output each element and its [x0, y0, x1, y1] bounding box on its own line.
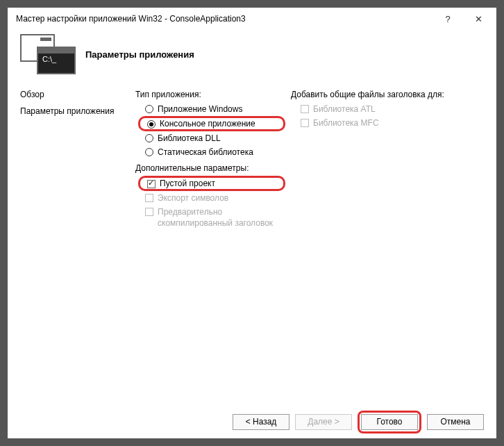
check-label: Библиотека ATL [313, 104, 376, 115]
radio-icon [145, 105, 153, 113]
check-label: Экспорт символов [158, 192, 228, 204]
console-app-icon: C:\_ [20, 34, 74, 74]
radio-label: Статическая библиотека [158, 147, 253, 158]
radio-dll[interactable]: Библиотека DLL [135, 131, 285, 145]
checkbox-icon [301, 105, 309, 113]
check-precompiled-header: Предварительно скомпилированный заголово… [135, 205, 285, 230]
finish-button[interactable]: Готово [361, 414, 418, 430]
app-type-label: Тип приложения: [135, 90, 285, 99]
content-area: Тип приложения: Приложение Windows Консо… [133, 90, 484, 405]
page-heading: Параметры приложения [85, 49, 194, 60]
check-label: Библиотека MFC [313, 117, 379, 129]
highlight-finish: Готово [358, 411, 421, 433]
titlebar: Мастер настройки приложений Win32 - Cons… [8, 8, 496, 30]
radio-windows-app[interactable]: Приложение Windows [135, 102, 285, 116]
check-atl: Библиотека ATL [291, 102, 484, 116]
check-mfc: Библиотека MFC [291, 116, 484, 130]
highlight-empty-project: Пустой проект [138, 176, 285, 191]
wizard-header: C:\_ Параметры приложения [8, 30, 496, 81]
close-button[interactable]: ✕ [463, 8, 494, 29]
cancel-button[interactable]: Отмена [427, 414, 484, 430]
checkbox-icon [145, 194, 153, 202]
footer: < Назад Далее > Готово Отмена [8, 405, 496, 438]
help-button[interactable]: ? [432, 8, 463, 29]
sidebar-item-app-params[interactable]: Параметры приложения [20, 106, 133, 116]
check-empty-project[interactable]: Пустой проект [160, 179, 215, 188]
check-export-symbols: Экспорт символов [135, 191, 285, 205]
checkbox-icon [145, 208, 153, 216]
sidebar: Обзор Параметры приложения [20, 90, 133, 405]
wizard-body: Обзор Параметры приложения Тип приложени… [8, 81, 496, 405]
checkbox-icon [147, 180, 156, 188]
back-button[interactable]: < Назад [233, 414, 289, 430]
radio-icon [147, 120, 156, 129]
wizard-window: Мастер настройки приложений Win32 - Cons… [7, 7, 497, 439]
radio-console-app[interactable]: Консольное приложение [160, 119, 255, 129]
check-label: Предварительно скомпилированный заголово… [158, 206, 285, 229]
highlight-console-app: Консольное приложение [138, 116, 285, 131]
extra-params-label: Дополнительные параметры: [135, 163, 285, 173]
radio-label: Приложение Windows [158, 104, 242, 115]
checkbox-icon [301, 119, 309, 127]
radio-static-lib[interactable]: Статическая библиотека [135, 145, 285, 159]
radio-icon [145, 134, 153, 142]
next-button: Далее > [295, 414, 352, 430]
radio-icon [145, 148, 153, 156]
radio-label: Библиотека DLL [158, 133, 221, 144]
sidebar-item-overview[interactable]: Обзор [20, 90, 133, 99]
window-title: Мастер настройки приложений Win32 - Cons… [16, 14, 246, 24]
common-headers-label: Добавить общие файлы заголовка для: [291, 90, 484, 99]
